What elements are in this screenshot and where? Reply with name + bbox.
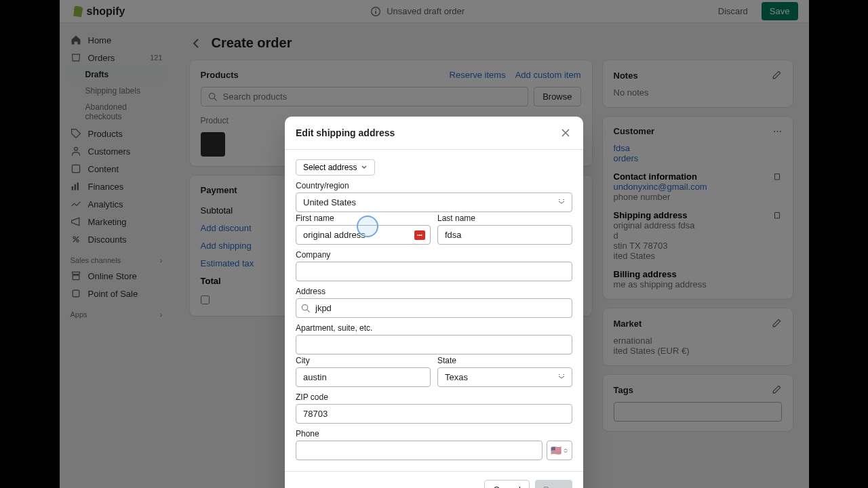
first-name-label: First name [296, 214, 431, 223]
close-icon[interactable] [559, 126, 572, 140]
chevron-updown-icon [563, 448, 568, 453]
phone-country-select[interactable]: 🇺🇸 [547, 441, 572, 460]
modal-overlay: Edit shipping address Select address Cou… [60, 0, 809, 488]
done-button[interactable]: Done [535, 480, 572, 488]
phone-input[interactable] [296, 441, 542, 460]
zip-label: ZIP code [296, 392, 572, 402]
phone-label: Phone [296, 429, 572, 439]
flag-icon: 🇺🇸 [551, 445, 561, 455]
search-icon [301, 304, 311, 313]
last-name-input[interactable] [437, 225, 572, 245]
company-label: Company [296, 250, 572, 260]
country-select[interactable]: United States [296, 192, 572, 212]
last-name-label: Last name [437, 214, 572, 223]
address-label: Address [296, 287, 572, 296]
cancel-button[interactable]: Cancel [484, 480, 529, 488]
select-address-button[interactable]: Select address [296, 159, 375, 176]
modal-title: Edit shipping address [296, 127, 395, 138]
apartment-label: Apartment, suite, etc. [296, 323, 572, 333]
country-label: Country/region [296, 181, 572, 190]
state-label: State [437, 356, 572, 365]
lastpass-icon[interactable] [414, 230, 425, 240]
city-input[interactable] [296, 367, 431, 387]
company-input[interactable] [296, 262, 572, 281]
edit-shipping-address-modal: Edit shipping address Select address Cou… [285, 117, 583, 488]
chevron-down-icon [361, 164, 368, 171]
first-name-input[interactable] [296, 225, 431, 245]
state-select[interactable]: Texas [437, 367, 572, 387]
apartment-input[interactable] [296, 335, 572, 354]
city-label: City [296, 356, 431, 365]
address-input[interactable] [296, 298, 572, 318]
svg-point-14 [302, 304, 307, 310]
select-address-label: Select address [303, 163, 357, 172]
zip-input[interactable] [296, 404, 572, 424]
